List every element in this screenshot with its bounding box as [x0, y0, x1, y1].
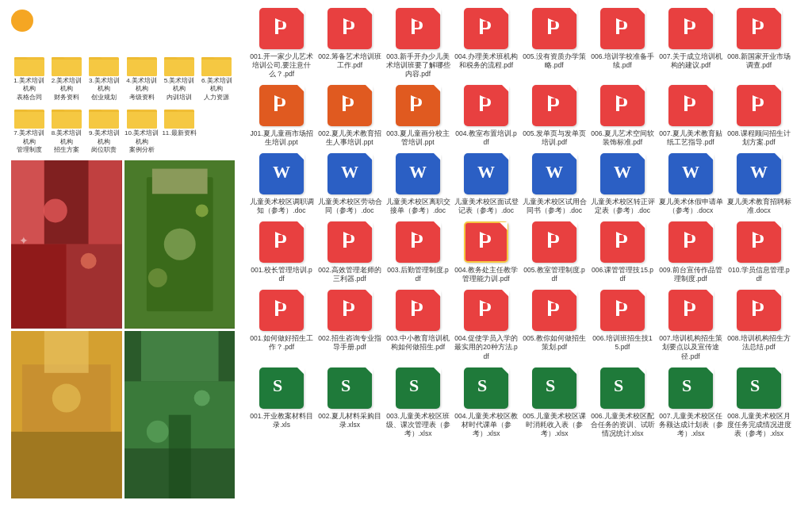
pdf-icon: [259, 8, 304, 49]
file-item[interactable]: 003.后勤管理制度.pdf: [385, 220, 450, 283]
file-item[interactable]: 004.教室布置培训.pdf: [454, 83, 519, 147]
file-item[interactable]: S003.儿童美术校区班级、课次管理表（参考）.xlsx: [385, 366, 450, 438]
file-item[interactable]: W夏儿美术休假申请单（参考）.docx: [658, 152, 723, 215]
file-name-label: 002.招生咨询专业指导手册.pdf: [317, 334, 382, 352]
file-name-label: 儿童美术校区面试登记表（参考）.doc: [454, 198, 519, 215]
file-name-label: 003.后勤管理制度.pdf: [385, 266, 450, 283]
file-name-label: 001.校长管理培训.pdf: [249, 266, 314, 283]
file-item[interactable]: 007.培训机构招生策划要点以及宣传途径.pdf: [658, 288, 723, 360]
file-item[interactable]: 004.教务处主任教学管理能力训.pdf: [454, 220, 519, 283]
file-item[interactable]: 005.教你如何做招生策划.pdf: [522, 288, 587, 360]
file-name-label: 009.前台宣传作品管理制度.pdf: [658, 266, 723, 283]
folder-item[interactable]: 5.美术培训机构内训培训: [161, 52, 197, 102]
file-item[interactable]: 006.培训学校准备手续.pdf: [590, 6, 655, 79]
svg-text:S: S: [273, 375, 282, 395]
page-title-area: [11, 10, 235, 32]
file-item[interactable]: 005.没有资质办学策略.pdf: [522, 6, 587, 79]
file-item[interactable]: 003.新手开办少儿美术培训班要了解哪些内容.pdf: [385, 6, 450, 79]
file-item[interactable]: S001.开业教案材料目录.xls: [249, 366, 314, 438]
photo-2: [124, 160, 236, 328]
folder-item[interactable]: 6.美术培训机构人力资源: [199, 52, 235, 102]
folder-item[interactable]: 11.最新资料: [161, 105, 197, 154]
folder-label: 4.美术培训机构考级资料: [124, 77, 159, 102]
file-item[interactable]: W儿童美术校区面试登记表（参考）.doc: [454, 152, 519, 215]
folder-item[interactable]: 2.美术培训机构财务资料: [48, 52, 84, 102]
file-item[interactable]: W儿童美术校区调职调知（参考）.doc: [249, 152, 314, 215]
svg-point-39: [44, 199, 67, 223]
folder-item[interactable]: 10.美术培训机构案例分析: [124, 105, 159, 154]
file-item[interactable]: 002.夏儿美术教育招生人事培训.ppt: [317, 83, 382, 147]
file-item[interactable]: S006.儿童美术校区配合任务的资训、试听情况统计.xlsx: [590, 366, 655, 438]
file-name-label: 003.新手开办少儿美术培训班要了解哪些内容.pdf: [385, 52, 450, 79]
file-item[interactable]: S007.儿童美术校区任务额达成计划表（参考）.xlsx: [658, 366, 723, 438]
folder-item[interactable]: 7.美术培训机构管理制度: [11, 105, 47, 154]
file-item[interactable]: 003.夏儿童画分校主管培训.ppt: [385, 83, 450, 147]
file-item[interactable]: 009.前台宣传作品管理制度.pdf: [658, 220, 723, 283]
file-item[interactable]: 005.发单页与发单页培训.pdf: [522, 83, 587, 147]
file-item[interactable]: 010.学员信息管理.pdf: [726, 220, 791, 283]
folder-icon: [127, 52, 157, 76]
file-name-label: 005.发单页与发单页培训.pdf: [522, 129, 587, 147]
file-item[interactable]: S008.儿童美术校区月度任务完成情况进度表（参考）.xlsx: [726, 366, 791, 438]
file-item[interactable]: 007.关于成立培训机构的建议.pdf: [658, 6, 723, 79]
file-item[interactable]: 006.课管管理技15.pdf: [590, 220, 655, 283]
file-item[interactable]: 004.办理美术班机构和税务的流程.pdf: [454, 6, 519, 79]
file-item[interactable]: W夏儿美术教育招聘标准.docx: [726, 152, 791, 215]
folder-label: 6.美术培训机构人力资源: [199, 77, 235, 102]
pdf-icon: [532, 221, 576, 263]
pdf-icon: [327, 221, 372, 263]
file-item[interactable]: 002.招生咨询专业指导手册.pdf: [317, 288, 382, 360]
pdf-icon: [396, 290, 440, 331]
file-name-label: 007.儿童美术校区任务额达成计划表（参考）.xlsx: [658, 412, 723, 438]
svg-rect-52: [44, 331, 89, 373]
folder-label: 5.美术培训机构内训培训: [161, 77, 197, 102]
file-item[interactable]: J01.夏儿童画市场招生培训.ppt: [249, 83, 314, 147]
folder-item[interactable]: 9.美术培训机构岗位职责: [86, 105, 122, 154]
file-item[interactable]: 004.促使学员入学的最实用的20种方法.pdf: [454, 288, 519, 360]
svg-text:W: W: [341, 162, 358, 182]
file-item[interactable]: W儿童美术校区劳动合同（参考）.doc: [317, 152, 382, 215]
file-item[interactable]: W儿童美术校区试用合同书（参考）.doc: [522, 152, 587, 215]
file-item[interactable]: 001.开一家少儿艺术培训公司,要注意什么？.pdf: [249, 6, 314, 79]
file-item[interactable]: 005.教室管理制度.pdf: [522, 220, 587, 283]
svg-text:S: S: [409, 375, 419, 395]
word-icon: W: [396, 153, 440, 194]
folder-item[interactable]: 1.美术培训机构表格合同: [11, 52, 47, 102]
file-name-label: 004.教务处主任教学管理能力训.pdf: [454, 266, 519, 283]
ppt-icon: [259, 85, 304, 126]
file-item[interactable]: 007.夏儿美术教育贴纸工艺指导.pdf: [658, 83, 723, 147]
pdf-icon: [668, 221, 713, 263]
file-item[interactable]: S004.儿童美术校区教材时代课单（参考）.xlsx: [454, 366, 519, 438]
pdf-icon: [327, 290, 372, 331]
svg-point-51: [52, 383, 81, 412]
file-item[interactable]: 008.培训机构招生方法总结.pdf: [726, 288, 791, 360]
word-icon: W: [600, 153, 645, 194]
folder-item[interactable]: 3.美术培训机构创业规划: [86, 52, 122, 102]
file-name-label: 005.儿童美术校区课时消耗收入表（参考）.xlsx: [522, 412, 587, 438]
file-item[interactable]: W儿童美术校区转正评定表（参考）.doc: [590, 152, 655, 215]
file-item[interactable]: 002.高效管理老师的三利器.pdf: [317, 220, 382, 283]
file-item[interactable]: S005.儿童美术校区课时消耗收入表（参考）.xlsx: [522, 366, 587, 438]
folder-label: 7.美术培训机构管理制度: [11, 129, 47, 154]
file-item[interactable]: S002.夏儿材料采购目录.xlsx: [317, 366, 382, 438]
file-item[interactable]: 001.校长管理培训.pdf: [249, 220, 314, 283]
folder-item[interactable]: 4.美术培训机构考级资料: [124, 52, 159, 102]
word-icon: W: [464, 153, 508, 194]
file-item[interactable]: 001.如何做好招生工作？.pdf: [249, 288, 314, 360]
folder-item[interactable]: 8.美术培训机构招生方案: [48, 105, 84, 154]
file-item[interactable]: 008.课程顾问招生计划方案.pdf: [726, 83, 791, 147]
file-name-label: 005.教室管理制度.pdf: [522, 266, 587, 283]
file-item[interactable]: 006.夏儿艺术空间软装饰标准.pdf: [590, 83, 655, 147]
pdf-icon: [464, 221, 508, 263]
file-name-label: 夏儿美术教育招聘标准.docx: [726, 198, 791, 215]
file-item[interactable]: W儿童美术校区离职交接单（参考）.doc: [385, 152, 450, 215]
file-name-label: 儿童美术校区劳动合同（参考）.doc: [317, 198, 382, 215]
file-name-label: 006.儿童美术校区配合任务的资训、试听情况统计.xlsx: [590, 412, 655, 438]
file-item[interactable]: 008.新国家开业市场调查.pdf: [726, 6, 791, 79]
file-item[interactable]: 006.培训班招生技15.pdf: [590, 288, 655, 360]
file-item[interactable]: 002.筹备艺术培训班工作.pdf: [317, 6, 382, 79]
file-row: 001.开一家少儿艺术培训公司,要注意什么？.pdf002.筹备艺术培训班工作.…: [249, 6, 806, 79]
pdf-icon: [532, 290, 576, 331]
file-item[interactable]: 003.中小教育培训机构如何做招生.pdf: [385, 288, 450, 360]
file-name-label: 004.儿童美术校区教材时代课单（参考）.xlsx: [454, 412, 519, 438]
